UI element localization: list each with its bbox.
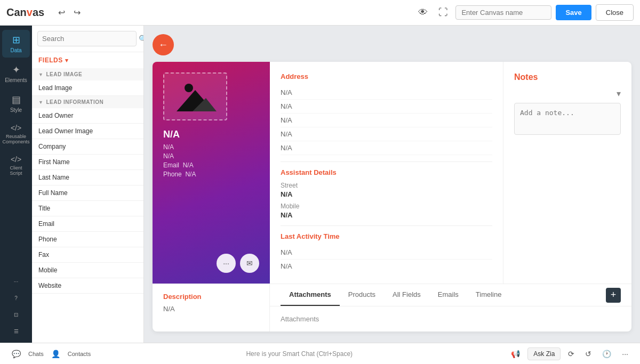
notes-dropdown-row: ▾	[514, 88, 621, 99]
tab-products[interactable]: Products	[340, 284, 384, 306]
save-button[interactable]: Save	[556, 5, 591, 20]
last-activity-row-2: N/A	[281, 260, 492, 273]
tab-add-button[interactable]: +	[606, 288, 621, 303]
lead-actions: ··· ✉	[163, 245, 259, 273]
notes-dropdown-button[interactable]: ▾	[617, 88, 621, 99]
help-button[interactable]: ?	[2, 291, 30, 305]
reusable-icon: </>	[11, 124, 21, 132]
close-button[interactable]: Close	[596, 4, 634, 21]
contacts-button[interactable]: 👤	[48, 347, 63, 360]
field-item-last-name[interactable]: Last Name	[32, 170, 143, 185]
sidebar-item-client-script-label: Client Script	[4, 165, 28, 176]
undo2-icon[interactable]: ↺	[582, 347, 595, 360]
content-row: N/A N/A N/A Email N/A Phone N/A ··· ✉	[153, 62, 631, 284]
fields-header: FIELDS ▾	[32, 52, 143, 68]
field-item-lead-owner[interactable]: Lead Owner	[32, 108, 143, 124]
logo: Canvas	[6, 6, 44, 19]
more-options-icon[interactable]: ···	[619, 347, 631, 360]
field-item-lead-owner-image[interactable]: Lead Owner Image	[32, 124, 143, 139]
refresh-icon[interactable]: ⟳	[565, 347, 578, 360]
redo-button[interactable]: ↪	[70, 5, 84, 20]
field-item-company[interactable]: Company	[32, 139, 143, 155]
search-icon[interactable]: 🔍	[139, 35, 144, 43]
description-title: Description	[163, 293, 259, 301]
address-row-5: N/A	[281, 141, 492, 155]
field-item-website[interactable]: Website	[32, 278, 143, 294]
section-header-lead-info-label: LEAD INFORMATION	[46, 99, 103, 105]
field-item-title[interactable]: Title	[32, 201, 143, 216]
section-header-lead-image[interactable]: ▼ LEAD IMAGE	[32, 68, 143, 80]
last-activity-row-1: N/A	[281, 246, 492, 260]
tab-content: Attachments	[270, 306, 631, 331]
field-item-mobile[interactable]: Mobile	[32, 263, 143, 278]
divider-2	[281, 225, 492, 226]
field-item-first-name[interactable]: First Name	[32, 155, 143, 170]
lead-email: Email N/A	[163, 161, 259, 169]
address-row-3: N/A	[281, 114, 492, 127]
preview-icon[interactable]: 👁	[415, 5, 431, 20]
address-row-1: N/A	[281, 86, 492, 100]
field-item-lead-image[interactable]: Lead Image	[32, 80, 143, 96]
field-item-phone[interactable]: Phone	[32, 232, 143, 247]
assistant-mobile-value: N/A	[281, 211, 492, 219]
lead-card: N/A N/A N/A Email N/A Phone N/A ··· ✉	[153, 62, 270, 284]
search-input[interactable]	[37, 31, 137, 46]
last-activity-title: Last Activity Time	[281, 232, 492, 240]
ask-zia-button[interactable]: Ask Zia	[527, 347, 561, 360]
address-row-4: N/A	[281, 127, 492, 141]
back-button[interactable]: ←	[153, 34, 174, 55]
sidebar-item-data[interactable]: ⊞ Data	[2, 30, 30, 58]
phone-label: Phone	[163, 171, 182, 178]
email-label: Email	[163, 161, 179, 169]
megaphone-icon[interactable]: 📢	[508, 347, 523, 360]
sidebar-item-style-label: Style	[10, 107, 22, 113]
canvas-name-input[interactable]	[455, 5, 551, 20]
sidebar-item-client-script[interactable]: </> Client Script	[2, 151, 30, 180]
sidebar-item-reusable[interactable]: </> Reusable Components	[2, 119, 30, 149]
lead-more-button[interactable]: ···	[217, 254, 236, 273]
smart-chat-text: Here is your Smart Chat (Ctrl+Space)	[246, 350, 353, 358]
field-item-full-name[interactable]: Full Name	[32, 185, 143, 201]
lead-image-icon	[174, 79, 217, 114]
email-value: N/A	[183, 161, 194, 169]
fields-dropdown-icon[interactable]: ▾	[65, 57, 69, 64]
section-collapse-icon: ▼	[38, 72, 43, 77]
undo-button[interactable]: ↩	[55, 5, 68, 20]
chats-button[interactable]: 💬	[9, 347, 24, 360]
hamburger-icon: ☰	[14, 328, 19, 334]
main-layout: ⊞ Data ✦ Elements ▤ Style </> Reusable C…	[0, 26, 640, 343]
tab-attachments[interactable]: Attachments	[281, 284, 340, 306]
lead-phone: Phone N/A	[163, 171, 259, 178]
tab-all-fields[interactable]: All Fields	[384, 284, 429, 306]
search-box: 🔍	[32, 26, 143, 52]
lead-email-button[interactable]: ✉	[240, 254, 259, 273]
sidebar-item-style[interactable]: ▤ Style	[2, 90, 30, 117]
divider-1	[281, 161, 492, 162]
field-item-fax[interactable]: Fax	[32, 247, 143, 263]
section-header-lead-info[interactable]: ▼ LEAD INFORMATION	[32, 96, 143, 108]
fields-label: FIELDS	[38, 56, 63, 64]
address-row-2: N/A	[281, 100, 492, 114]
notes-textarea[interactable]	[514, 103, 621, 135]
sidebar-item-elements-label: Elements	[5, 77, 27, 83]
section-header-lead-image-label: LEAD IMAGE	[46, 71, 82, 77]
clock-icon[interactable]: 🕐	[599, 347, 614, 360]
tabs-bar: Attachments Products All Fields Emails T…	[270, 284, 631, 306]
assistant-mobile-label: Mobile	[281, 203, 492, 210]
lead-info-1: N/A	[163, 143, 259, 151]
field-item-email[interactable]: Email	[32, 216, 143, 232]
screen-icon: ⊡	[14, 312, 18, 318]
bottom-toolbar: 💬 Chats 👤 Contacts Here is your Smart Ch…	[0, 343, 640, 364]
sidebar-item-data-label: Data	[10, 47, 21, 53]
sidebar-item-elements[interactable]: ✦ Elements	[2, 60, 30, 87]
address-title: Address	[281, 72, 492, 80]
lead-details: Address N/A N/A N/A N/A N/A Assistant De…	[270, 62, 503, 284]
tab-timeline[interactable]: Timeline	[467, 284, 510, 306]
more-button[interactable]: ···	[2, 274, 30, 289]
screen-button[interactable]: ⊡	[2, 308, 30, 322]
chats-label: Chats	[28, 351, 44, 357]
tab-emails[interactable]: Emails	[429, 284, 467, 306]
hamburger-button[interactable]: ☰	[2, 324, 30, 338]
expand-icon[interactable]: ⛶	[435, 5, 451, 20]
tab-content-label: Attachments	[281, 315, 319, 323]
